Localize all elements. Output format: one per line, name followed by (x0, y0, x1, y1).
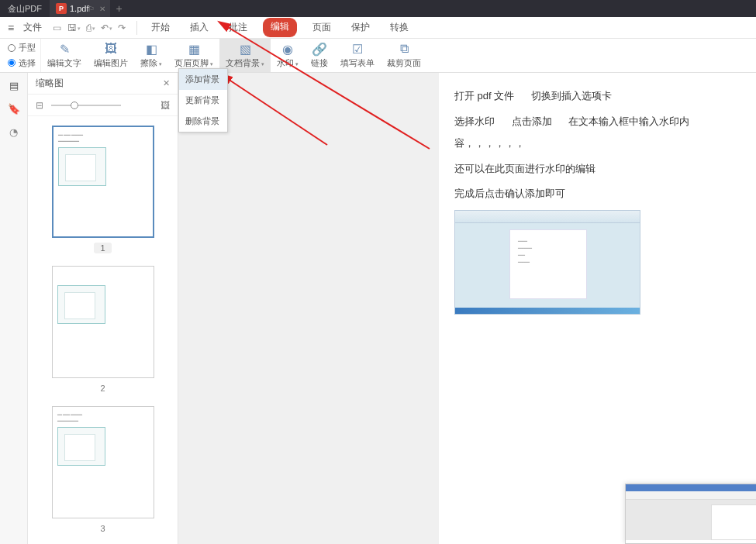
menu-start[interactable]: 开始 (147, 18, 174, 37)
window-preview-overlay (625, 484, 756, 544)
thumb-3-num: 3 (94, 523, 111, 534)
menu-insert[interactable]: 插入 (185, 18, 213, 37)
print-icon[interactable]: ⎙ (86, 22, 95, 33)
hand-label: 手型 (19, 42, 36, 53)
close-tab-icon[interactable]: ✕ (99, 5, 105, 13)
header-footer-icon: ▦ (185, 42, 202, 56)
embedded-screenshot: ━━━━━━━━━━━━━━━━━━ (454, 210, 640, 315)
thumbs-tools: ⊟ 🖼 (28, 95, 178, 116)
main-menu: 开始 插入 批注 编辑 页面 保护 转换 (142, 18, 413, 37)
watermark-label: 水印 (277, 57, 299, 69)
edit-text-label: 编辑文字 (47, 57, 81, 69)
form-label: 填写表单 (340, 57, 375, 69)
thumb-zoom-out-icon[interactable]: ⊟ (36, 100, 43, 111)
bookmarks-rail-icon[interactable]: 🔖 (7, 102, 21, 115)
content-line-2: 选择水印 点击添加 在文本输入框中输入水印内容，，，，，， (454, 111, 740, 155)
ribbon: 手型 选择 ✎ 编辑文字 🖼 编辑图片 ◧ 擦除 ▦ 页眉页脚 ▧ 文档背景 ◉… (0, 39, 756, 73)
thumb-size-slider[interactable] (51, 105, 153, 106)
link-label: 链接 (311, 57, 328, 69)
menubar: ≡ 文件 ▭ 🖫 ⎙ ↶ ↷ 开始 插入 批注 编辑 页面 保护 转换 (0, 17, 756, 39)
doc-bg-dropdown: 添加背景 更新背景 删除背景 (178, 68, 228, 133)
open-icon[interactable]: ▭ (53, 22, 61, 33)
thumbs-header: 缩略图 ✕ (28, 73, 178, 95)
edit-image-label: 编辑图片 (94, 57, 128, 69)
crop-button[interactable]: ⧉ 裁剪页面 (381, 39, 427, 72)
tab-name: 1.pdf (70, 4, 88, 13)
content-line-3: 还可以在此页面进行水印的编辑 (454, 158, 740, 181)
thumbnails-rail-icon[interactable]: ▤ (7, 79, 21, 91)
doc-background-button[interactable]: ▧ 文档背景 (219, 39, 271, 72)
form-button[interactable]: ☑ 填写表单 (334, 39, 381, 72)
dropdown-add-bg[interactable]: 添加背景 (179, 69, 227, 90)
content-line-1: 打开 pdf 文件 切换到插入选项卡 (454, 85, 740, 108)
titlebar: 金山PDF P 1.pdf ⚐ ✕ + (0, 0, 756, 17)
edit-image-button[interactable]: 🖼 编辑图片 (88, 39, 134, 72)
menu-page[interactable]: 页面 (308, 18, 336, 37)
erase-label: 擦除 (140, 57, 162, 69)
dropdown-delete-bg[interactable]: 删除背景 (179, 111, 227, 132)
separator (136, 21, 137, 35)
menu-convert[interactable]: 转换 (385, 18, 413, 37)
select-radio[interactable] (8, 59, 16, 67)
thumb-3[interactable]: ━━ ━━━ ━━━━━━━━━━━━━━ (52, 406, 154, 518)
content-line-4: 完成后点击确认添加即可 (454, 183, 740, 205)
pointer-mode-group: 手型 选择 (3, 39, 41, 72)
thumb-1[interactable]: ━━ ━━━ ━━━━━━━━━━━━━━ (52, 126, 154, 238)
document-tab[interactable]: P 1.pdf ⚐ ✕ (50, 0, 110, 17)
thumbnails-panel: 缩略图 ✕ ⊟ 🖼 ━━ ━━━ ━━━━━━━━━━━━━━ 1 (28, 73, 178, 544)
crop-label: 裁剪页面 (387, 57, 421, 69)
thumbs-title: 缩略图 (36, 77, 64, 90)
erase-button[interactable]: ◧ 擦除 (134, 39, 168, 72)
doc-bg-label: 文档背景 (226, 57, 264, 69)
text-select-wm: 选择水印 (454, 115, 495, 127)
file-menu[interactable]: 文件 (19, 21, 47, 34)
doc-bg-icon: ▧ (236, 42, 254, 56)
pin-icon[interactable]: ⚐ (88, 5, 95, 13)
pdf-icon: P (56, 3, 67, 14)
form-icon: ☑ (349, 42, 366, 56)
page-view: 打开 pdf 文件 切换到插入选项卡 选择水印 点击添加 在文本输入框中输入水印… (439, 73, 756, 544)
select-label: 选择 (19, 57, 36, 69)
redo-icon[interactable]: ↷ (118, 22, 126, 33)
thumb-3-wrap[interactable]: ━━ ━━━ ━━━━━━━━━━━━━━ 3 (28, 406, 178, 534)
burger-icon[interactable]: ≡ (3, 22, 19, 34)
thumb-1-wrap[interactable]: ━━ ━━━ ━━━━━━━━━━━━━━ 1 (28, 126, 178, 253)
close-thumbs-icon[interactable]: ✕ (163, 78, 170, 88)
edit-text-button[interactable]: ✎ 编辑文字 (41, 39, 88, 72)
thumbs-list: ━━ ━━━ ━━━━━━━━━━━━━━ 1 2 ━━ ━━━ ━━━━━━━… (28, 116, 178, 544)
erase-icon: ◧ (143, 42, 160, 56)
content-area: 打开 pdf 文件 切换到插入选项卡 选择水印 点击添加 在文本输入框中输入水印… (178, 73, 756, 544)
attachments-rail-icon[interactable]: ◔ (7, 126, 21, 138)
menu-annotate[interactable]: 批注 (224, 18, 252, 37)
left-rail: ▤ 🔖 ◔ (0, 73, 28, 544)
thumb-2-wrap[interactable]: 2 (28, 266, 178, 394)
link-button[interactable]: 🔗 链接 (305, 39, 334, 72)
watermark-button[interactable]: ◉ 水印 (271, 39, 305, 72)
text-click-add: 点击添加 (512, 115, 552, 127)
thumb-zoom-in-icon[interactable]: 🖼 (161, 100, 170, 111)
save-icon[interactable]: 🖫 (67, 22, 80, 33)
main-area: ▤ 🔖 ◔ 缩略图 ✕ ⊟ 🖼 ━━ ━━━ ━━━━━━━━━━━━━━ 1 (0, 73, 756, 544)
text-open-pdf: 打开 pdf 文件 (454, 90, 514, 102)
header-footer-label: 页眉页脚 (174, 57, 213, 69)
menu-edit[interactable]: 编辑 (263, 18, 297, 37)
header-footer-button[interactable]: ▦ 页眉页脚 (168, 39, 219, 72)
edit-text-icon: ✎ (56, 42, 73, 56)
undo-icon[interactable]: ↶ (101, 22, 112, 33)
crop-icon: ⧉ (395, 42, 413, 56)
link-icon: 🔗 (311, 42, 328, 56)
thumb-1-num: 1 (94, 243, 111, 253)
menu-protect[interactable]: 保护 (347, 18, 375, 37)
text-switch-tab: 切换到插入选项卡 (531, 90, 612, 102)
app-title: 金山PDF (0, 3, 50, 15)
watermark-icon: ◉ (279, 42, 296, 56)
new-tab-button[interactable]: + (110, 0, 127, 17)
thumb-2-num: 2 (94, 383, 111, 394)
thumb-2[interactable] (52, 266, 154, 378)
dropdown-update-bg[interactable]: 更新背景 (179, 90, 227, 111)
hand-radio[interactable] (8, 44, 16, 52)
edit-image-icon: 🖼 (102, 42, 119, 56)
